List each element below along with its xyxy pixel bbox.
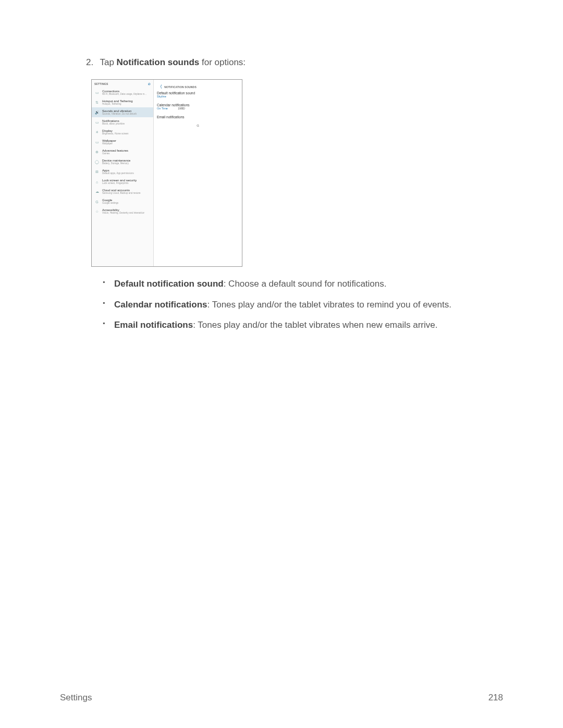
bullet-item: Default notification sound: Choose a def…: [103, 277, 503, 291]
panel-item-title: Default notification sound: [157, 91, 239, 95]
sidebar-item-desc: Lock screen, Fingerprints: [102, 182, 137, 184]
bullet-item: Email notifications: Tones play and/or t…: [103, 318, 503, 332]
sidebar-item-icon: G: [94, 199, 100, 204]
footer-section: Settings: [60, 693, 92, 703]
sidebar-item-icon: ⇅: [94, 100, 100, 105]
bullet-bold: Calendar notifications: [114, 300, 207, 310]
sidebar-item-desc: Block, allow, prioritize: [102, 122, 125, 125]
sidebar-item-hotspot-and-tethering[interactable]: ⇅Hotspot and TetheringHotspot, Tethering: [92, 97, 153, 107]
sidebar-item-display[interactable]: ☀DisplayBrightness, Home screen: [92, 127, 153, 137]
panel-mid-letter: G: [157, 124, 239, 127]
sidebar-item-desc: Games: [102, 152, 128, 155]
panel-item-value: On Time 19BD: [157, 107, 239, 110]
step-bold: Notification sounds: [117, 57, 200, 67]
sidebar-item-desc: Wallpaper: [102, 142, 116, 145]
sidebar-item-desc: Hotspot, Tethering: [102, 103, 133, 105]
bullet-bold: Email notifications: [114, 320, 193, 330]
page-footer: Settings 218: [60, 693, 503, 703]
sidebar-item-icon: ☀: [94, 130, 100, 135]
sidebar-item-desc: Samsung Cloud, Backup and restore: [102, 192, 141, 194]
sidebar-item-device-maintenance[interactable]: ◯Device maintenanceBattery, Storage, Mem…: [92, 157, 153, 167]
sidebar-item-desc: Sounds, Vibration, Do not disturb: [102, 113, 137, 115]
sidebar-item-desc: Wi-Fi, Bluetooth, Data usage, Airplane m…: [102, 93, 146, 95]
step-suffix: for options:: [199, 57, 246, 67]
sidebar-item-icon: ▭: [94, 140, 100, 145]
sidebar-item-advanced-features[interactable]: ⊕Advanced featuresGames: [92, 147, 153, 157]
search-icon[interactable]: ⌕: [148, 81, 151, 86]
sidebar-item-connections[interactable]: ▭ConnectionsWi-Fi, Bluetooth, Data usage…: [92, 88, 153, 97]
option-descriptions: Default notification sound: Choose a def…: [103, 277, 503, 332]
sidebar-item-accessibility[interactable]: ☆AccessibilityVision, Hearing, Dexterity…: [92, 206, 153, 216]
sidebar-item-desc: Vision, Hearing, Dexterity and interacti…: [102, 212, 144, 214]
sidebar-item-icon: ⊕: [94, 150, 100, 155]
settings-sidebar: SETTINGS ⌕ ▭ConnectionsWi-Fi, Bluetooth,…: [92, 80, 153, 266]
bullet-bold: Default notification sound: [114, 279, 224, 289]
sidebar-item-sounds-and-vibration[interactable]: 🔊Sounds and vibrationSounds, Vibration, …: [92, 107, 153, 117]
step-prefix: Tap: [100, 57, 116, 67]
sidebar-item-desc: Brightness, Home screen: [102, 132, 129, 135]
sidebar-item-icon: ☆: [94, 209, 100, 214]
sidebar-item-google[interactable]: GGoogleGoogle settings: [92, 196, 153, 206]
back-icon[interactable]: 〈: [158, 84, 162, 90]
sidebar-item-icon: ▭: [94, 90, 100, 95]
sidebar-item-icon: ▭: [94, 120, 100, 125]
panel-item-value: Skyline: [157, 95, 239, 98]
footer-page-number: 218: [488, 693, 503, 703]
sidebar-item-icon: ⊞: [94, 169, 100, 175]
sidebar-item-lock-screen-and-security[interactable]: ⌂Lock screen and securityLock screen, Fi…: [92, 177, 153, 187]
bullet-item: Calendar notifications: Tones play and/o…: [103, 298, 503, 312]
sidebar-item-apps[interactable]: ⊞AppsDefault apps, App permissions: [92, 167, 153, 177]
sidebar-item-desc: Google settings: [102, 202, 118, 204]
step-instruction: 2. Tap Notification sounds for options:: [86, 57, 503, 68]
sidebar-item-icon: ◯: [94, 159, 100, 165]
panel-item-default-notification-sound[interactable]: Default notification soundSkyline: [157, 91, 239, 98]
sidebar-item-desc: Default apps, App permissions: [102, 172, 134, 175]
notification-sounds-panel: 〈 NOTIFICATION SOUNDS Default notificati…: [153, 80, 242, 266]
sidebar-item-wallpaper[interactable]: ▭WallpaperWallpaper: [92, 137, 153, 147]
sidebar-item-icon: ☁: [94, 189, 100, 194]
panel-header: 〈 NOTIFICATION SOUNDS: [157, 82, 239, 91]
sidebar-item-desc: Battery, Storage, Memory: [102, 162, 130, 165]
sidebar-item-notifications[interactable]: ▭NotificationsBlock, allow, prioritize: [92, 117, 153, 127]
sidebar-item-icon: 🔊: [94, 110, 100, 115]
embedded-screenshot: SETTINGS ⌕ ▭ConnectionsWi-Fi, Bluetooth,…: [91, 79, 242, 267]
panel-item-calendar-notifications[interactable]: Calendar notificationsOn Time 19BD: [157, 103, 239, 110]
bullet-text: : Choose a default sound for notificatio…: [224, 279, 387, 289]
panel-header-label: NOTIFICATION SOUNDS: [164, 85, 197, 89]
settings-header: SETTINGS ⌕: [92, 80, 153, 88]
panel-item-title: Email notifications: [157, 115, 239, 119]
sidebar-item-cloud-and-accounts[interactable]: ☁Cloud and accountsSamsung Cloud, Backup…: [92, 187, 153, 196]
bullet-text: : Tones play and/or the tablet vibrates …: [193, 320, 437, 330]
settings-header-label: SETTINGS: [94, 82, 108, 85]
bullet-text: : Tones play and/or the tablet vibrates …: [207, 300, 451, 310]
panel-item-email-notifications[interactable]: Email notifications: [157, 115, 239, 119]
sidebar-item-icon: ⌂: [94, 179, 100, 184]
panel-item-title: Calendar notifications: [157, 103, 239, 107]
step-number: 2.: [86, 57, 97, 68]
